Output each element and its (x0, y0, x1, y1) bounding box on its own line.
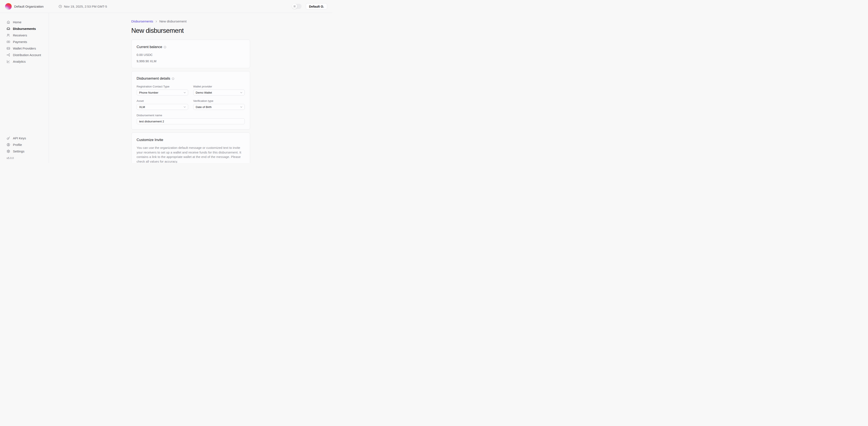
registration-contact-type-select[interactable]: Phone Number (137, 90, 188, 96)
page-title: New disbursement (131, 27, 250, 34)
field-label: Wallet provider (193, 85, 245, 88)
field-label: Registration Contact Type (137, 85, 188, 88)
customize-invite-card: Customize Invite You can use the organiz… (131, 133, 250, 163)
clock-icon (59, 5, 62, 8)
sidebar-item-label: Profile (13, 143, 22, 146)
chevron-right-icon (155, 20, 158, 23)
sidebar-item-label: Wallet Providers (13, 46, 36, 50)
chevron-down-icon (240, 91, 243, 94)
org-logo (5, 3, 12, 10)
app-version: v5.0.0 (0, 155, 49, 160)
theme-toggle[interactable] (292, 4, 302, 9)
sidebar-item-api-keys[interactable]: API Keys (0, 135, 49, 141)
sidebar-item-disbursements[interactable]: Disbursements (0, 25, 49, 32)
sidebar-item-label: Receivers (13, 33, 27, 37)
customize-invite-description: You can use the organization default mes… (137, 145, 245, 163)
datetime-text: Nov 19, 2025, 2:53 PM GMT-5 (64, 5, 107, 8)
disbursement-name-input[interactable] (137, 118, 245, 124)
disbursement-details-title: Disbursement details (137, 76, 170, 81)
field-label: Disbursement name (137, 114, 245, 117)
current-balance-title: Current balance (137, 45, 162, 49)
select-value: XLM (139, 105, 145, 109)
wallet-provider-select[interactable]: Demo Wallet (193, 90, 245, 96)
key-icon (6, 136, 10, 140)
sidebar-item-home[interactable]: Home (0, 19, 49, 25)
gear-icon (6, 150, 10, 153)
sidebar-item-receivers[interactable]: Receivers (0, 32, 49, 38)
sidebar-item-label: Settings (13, 150, 24, 153)
sun-icon (293, 5, 296, 8)
chevron-down-icon (240, 105, 243, 109)
chevron-down-icon (183, 105, 186, 109)
sidebar-item-label: Distribution Account (13, 53, 41, 57)
wallet-icon (6, 46, 10, 50)
user-circle-icon (6, 143, 10, 146)
balance-usdc: 0.00 USDC (137, 53, 245, 57)
registration-contact-type-field: Registration Contact Type Phone Number (137, 81, 188, 96)
field-label: Verification type (193, 99, 245, 102)
sidebar-item-profile[interactable]: Profile (0, 141, 49, 148)
disbursement-details-card: Disbursement details Registration Contac… (131, 71, 250, 130)
sidebar-item-label: Home (13, 20, 22, 24)
customize-invite-title: Customize Invite (137, 138, 163, 142)
sidebar-item-label: Analytics (13, 60, 26, 63)
select-value: Date of Birth (196, 105, 212, 109)
select-value: Phone Number (139, 91, 158, 94)
chart-line-icon (6, 60, 10, 63)
sidebar-item-label: API Keys (13, 136, 26, 140)
sidebar: Home Disbursements Receivers Payments Wa (0, 13, 49, 163)
datetime-display: Nov 19, 2025, 2:53 PM GMT-5 (59, 5, 107, 8)
sidebar-item-payments[interactable]: Payments (0, 38, 49, 45)
select-value: Demo Wallet (196, 91, 212, 94)
sidebar-item-label: Disbursements (13, 27, 36, 31)
breadcrumb-disbursements-link[interactable]: Disbursements (131, 20, 153, 23)
users-icon (6, 33, 10, 37)
user-menu-button[interactable]: Default O. (306, 3, 327, 9)
wallet-provider-field: Wallet provider Demo Wallet (193, 81, 245, 96)
chevron-down-icon (183, 91, 186, 94)
main-area: Disbursements New disbursement New disbu… (49, 13, 332, 163)
breadcrumb: Disbursements New disbursement (131, 20, 250, 23)
verification-type-field: Verification type Date of Birth (193, 96, 245, 110)
banknote-icon (6, 40, 10, 44)
sidebar-item-settings[interactable]: Settings (0, 148, 49, 155)
asset-select[interactable]: XLM (137, 104, 188, 110)
sidebar-item-wallet-providers[interactable]: Wallet Providers (0, 45, 49, 52)
balance-xlm: 9,999.90 XLM (137, 59, 245, 63)
current-balance-card: Current balance 0.00 USDC 9,999.90 XLM (131, 40, 250, 68)
sidebar-item-label: Payments (13, 40, 27, 44)
verification-type-select[interactable]: Date of Birth (193, 104, 245, 110)
org-name: Default Organization (14, 5, 44, 8)
field-label: Asset (137, 99, 188, 102)
info-icon[interactable] (164, 46, 166, 48)
asset-field: Asset XLM (137, 96, 188, 110)
sidebar-item-distribution-account[interactable]: Distribution Account (0, 52, 49, 58)
info-icon[interactable] (172, 77, 175, 80)
network-icon (6, 53, 10, 57)
home-icon (6, 20, 10, 24)
sidebar-item-analytics[interactable]: Analytics (0, 58, 49, 65)
disbursement-name-field: Disbursement name (137, 110, 245, 124)
top-bar: Default Organization Nov 19, 2025, 2:53 … (0, 0, 332, 13)
breadcrumb-current: New disbursement (159, 20, 186, 23)
inbox-icon (6, 27, 10, 31)
